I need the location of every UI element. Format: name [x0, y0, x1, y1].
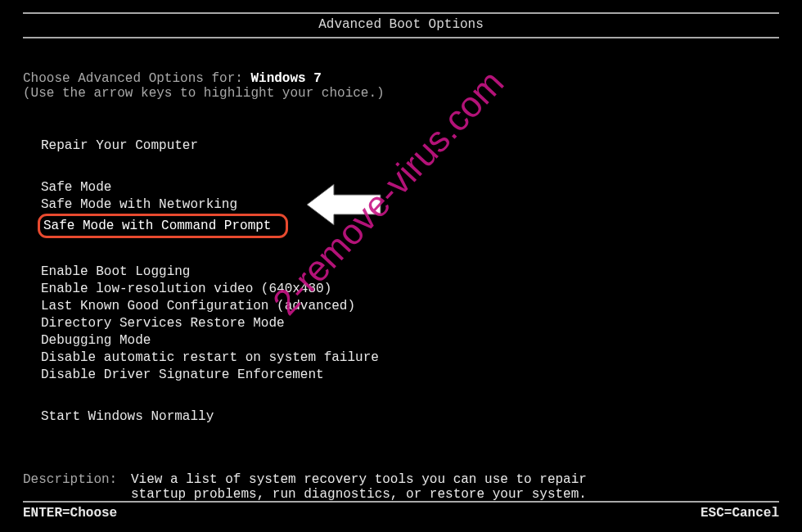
menu-safe-mode-networking[interactable]: Safe Mode with Networking [41, 196, 779, 213]
menu-last-known[interactable]: Last Known Good Configuration (advanced) [41, 298, 779, 314]
instruction-line-2: (Use the arrow keys to highlight your ch… [23, 86, 779, 101]
footer-bar: ENTER=Choose ESC=Cancel [23, 501, 779, 521]
description-text: View a list of system recovery tools you… [131, 472, 779, 502]
menu-repair-computer[interactable]: Repair Your Computer [41, 138, 779, 154]
menu-no-restart[interactable]: Disable automatic restart on system fail… [41, 349, 779, 366]
menu-dir-services[interactable]: Directory Services Restore Mode [41, 315, 779, 331]
boot-menu: Repair Your Computer Safe Mode Safe Mode… [23, 138, 779, 425]
description-line-1: View a list of system recovery tools you… [131, 472, 779, 487]
instruction-line-1: Choose Advanced Options for: Windows 7 [23, 71, 779, 86]
menu-boot-logging[interactable]: Enable Boot Logging [41, 264, 779, 280]
menu-safe-mode-cmd-highlight: Safe Mode with Command Prompt [41, 214, 779, 239]
description-block: Description: View a list of system recov… [23, 472, 779, 502]
footer-enter: ENTER=Choose [23, 506, 117, 521]
os-name: Windows 7 [250, 71, 321, 86]
menu-low-res[interactable]: Enable low-resolution video (640x480) [41, 281, 779, 297]
menu-no-signature[interactable]: Disable Driver Signature Enforcement [41, 367, 779, 383]
instructions-block: Choose Advanced Options for: Windows 7 (… [23, 71, 779, 101]
menu-debugging[interactable]: Debugging Mode [41, 332, 779, 349]
page-title: Advanced Boot Options [23, 17, 779, 32]
footer-esc: ESC=Cancel [701, 506, 779, 521]
footer-divider [23, 501, 779, 503]
top-divider [23, 12, 779, 14]
title-underline [23, 37, 779, 38]
instruction-prefix: Choose Advanced Options for: [23, 71, 250, 86]
menu-start-normally[interactable]: Start Windows Normally [41, 408, 779, 425]
menu-safe-mode[interactable]: Safe Mode [41, 179, 779, 196]
menu-safe-mode-cmd[interactable]: Safe Mode with Command Prompt [38, 214, 288, 238]
description-label: Description: [23, 472, 131, 502]
description-line-2: startup problems, run diagnostics, or re… [131, 487, 779, 502]
